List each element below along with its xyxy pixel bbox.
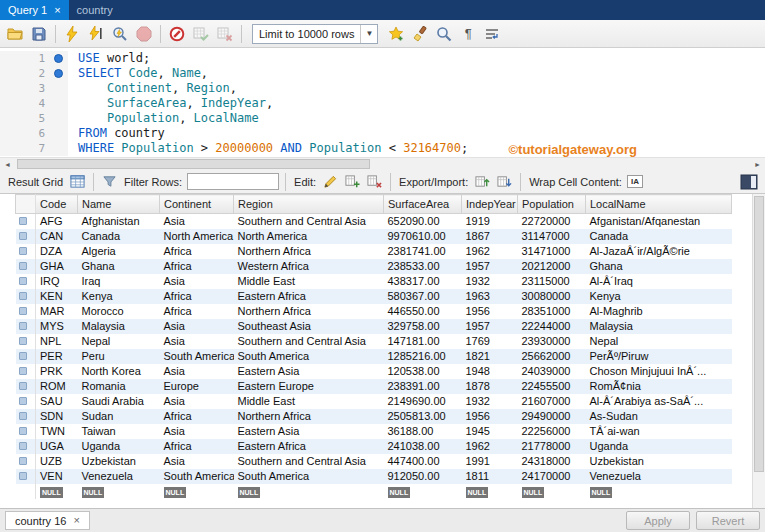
grid-row[interactable]: CANCanadaNorth AmericaNorth America99706… — [16, 229, 732, 244]
grid-cell[interactable]: Uzbekistan — [586, 454, 732, 469]
grid-cell[interactable]: Algeria — [78, 244, 160, 259]
grid-cell[interactable]: 21607000 — [518, 394, 586, 409]
grid-cell[interactable]: MYS — [36, 319, 78, 334]
grid-cell[interactable]: Peru — [78, 349, 160, 364]
row-gutter[interactable] — [16, 289, 36, 304]
grid-cell[interactable]: 1956 — [462, 409, 518, 424]
grid-cell[interactable]: 1957 — [462, 319, 518, 334]
grid-row[interactable]: SDNSudanAfricaNorthern Africa2505813.001… — [16, 409, 732, 424]
grid-cell[interactable]: 147181.00 — [384, 334, 462, 349]
grid-cell[interactable]: As-Sudan — [586, 409, 732, 424]
grid-cell[interactable]: 28351000 — [518, 304, 586, 319]
grid-row[interactable]: IRQIraqAsiaMiddle East438317.00193223115… — [16, 274, 732, 289]
grid-cell[interactable]: Southern and Central Asia — [234, 214, 384, 229]
explain-icon[interactable] — [109, 23, 131, 45]
code-line[interactable]: 1USE world; — [0, 51, 765, 66]
grid-cell[interactable]: VEN — [36, 469, 78, 484]
grid-cell[interactable]: Morocco — [78, 304, 160, 319]
grid-cell[interactable]: NPL — [36, 334, 78, 349]
grid-row[interactable]: VENVenezuelaSouth AmericaSouth America91… — [16, 469, 732, 484]
grid-cell[interactable]: Africa — [160, 259, 234, 274]
grid-cell[interactable]: NULL — [586, 484, 732, 499]
grid-cell[interactable]: 25662000 — [518, 349, 586, 364]
grid-cell[interactable]: 1962 — [462, 439, 518, 454]
grid-cell[interactable]: 912050.00 — [384, 469, 462, 484]
row-gutter[interactable] — [16, 259, 36, 274]
grid-row[interactable]: UGAUgandaAfricaEastern Africa241038.0019… — [16, 439, 732, 454]
grid-cell[interactable]: Asia — [160, 364, 234, 379]
grid-cell[interactable]: Canada — [78, 229, 160, 244]
row-gutter[interactable] — [16, 334, 36, 349]
code-line[interactable]: 5 Population, LocalName — [0, 111, 765, 126]
grid-cell[interactable]: Asia — [160, 214, 234, 229]
row-gutter[interactable] — [16, 349, 36, 364]
grid-cell[interactable]: Uganda — [78, 439, 160, 454]
row-gutter[interactable] — [16, 454, 36, 469]
grid-cell[interactable]: Western Africa — [234, 259, 384, 274]
grid-cell[interactable]: 1821 — [462, 349, 518, 364]
grid-cell[interactable]: Asia — [160, 394, 234, 409]
chevron-down-icon[interactable]: ▼ — [360, 25, 377, 43]
grid-cell[interactable]: 22720000 — [518, 214, 586, 229]
code-line[interactable]: 6FROM country — [0, 126, 765, 141]
grid-cell[interactable]: Iraq — [78, 274, 160, 289]
row-gutter[interactable] — [16, 229, 36, 244]
grid-cell[interactable]: NULL — [462, 484, 518, 499]
column-header-region[interactable]: Region — [234, 195, 384, 214]
grid-cell[interactable]: 438317.00 — [384, 274, 462, 289]
grid-cell[interactable]: NULL — [234, 484, 384, 499]
grid-cell[interactable]: South America — [160, 349, 234, 364]
code-line[interactable]: 3 Continent, Region, — [0, 81, 765, 96]
export-icon[interactable] — [473, 172, 492, 191]
grid-cell[interactable]: Asia — [160, 274, 234, 289]
limit-rows-dropdown[interactable]: Limit to 10000 rows ▼ — [252, 24, 378, 44]
grid-cell[interactable]: 21778000 — [518, 439, 586, 454]
grid-cell[interactable]: Northern Africa — [234, 304, 384, 319]
grid-cell[interactable]: 29490000 — [518, 409, 586, 424]
grid-cell[interactable]: NULL — [518, 484, 586, 499]
row-gutter[interactable] — [16, 244, 36, 259]
grid-cell[interactable]: Northern Africa — [234, 244, 384, 259]
grid-cell[interactable]: Eastern Asia — [234, 424, 384, 439]
grid-cell[interactable]: Africa — [160, 409, 234, 424]
grid-cell[interactable]: Europe — [160, 379, 234, 394]
grid-row[interactable]: UZBUzbekistanAsiaSouthern and Central As… — [16, 454, 732, 469]
grid-cell[interactable]: North Korea — [78, 364, 160, 379]
grid-cell[interactable]: 1867 — [462, 229, 518, 244]
grid-cell[interactable]: 23115000 — [518, 274, 586, 289]
grid-cell[interactable]: 20212000 — [518, 259, 586, 274]
row-gutter[interactable] — [16, 304, 36, 319]
apply-button[interactable]: Apply — [626, 511, 690, 530]
grid-corner[interactable] — [16, 195, 36, 214]
row-gutter[interactable] — [16, 319, 36, 334]
insert-row-icon[interactable] — [343, 172, 362, 191]
grid-cell[interactable]: 22244000 — [518, 319, 586, 334]
grid-cell[interactable]: Choson Minjujuui InÂ´... — [586, 364, 732, 379]
column-header-name[interactable]: Name — [78, 195, 160, 214]
save-script-icon[interactable] — [28, 23, 50, 45]
grid-cell[interactable]: 447400.00 — [384, 454, 462, 469]
grid-cell[interactable]: Eastern Africa — [234, 289, 384, 304]
code-line[interactable]: 7WHERE Population > 20000000 AND Populat… — [0, 141, 765, 156]
grid-cell[interactable]: Asia — [160, 424, 234, 439]
grid-cell[interactable]: Ghana — [78, 259, 160, 274]
grid-row[interactable]: DZAAlgeriaAfricaNorthern Africa2381741.0… — [16, 244, 732, 259]
vscrollbar-thumb[interactable] — [754, 196, 764, 472]
grid-row[interactable]: AFGAfghanistanAsiaSouthern and Central A… — [16, 214, 732, 229]
grid-cell[interactable]: Saudi Arabia — [78, 394, 160, 409]
grid-cell[interactable]: DZA — [36, 244, 78, 259]
grid-cell[interactable]: KEN — [36, 289, 78, 304]
grid-row[interactable]: SAUSaudi ArabiaAsiaMiddle East2149690.00… — [16, 394, 732, 409]
open-script-icon[interactable] — [4, 23, 26, 45]
column-header-surfacearea[interactable]: SurfaceArea — [384, 195, 462, 214]
grid-cell[interactable]: 1769 — [462, 334, 518, 349]
grid-row[interactable]: GHAGhanaAfricaWestern Africa238533.00195… — [16, 259, 732, 274]
grid-cell[interactable]: NULL — [36, 484, 78, 499]
save-snippet-icon[interactable] — [385, 23, 407, 45]
grid-cell[interactable]: Taiwan — [78, 424, 160, 439]
find-icon[interactable] — [433, 23, 455, 45]
grid-row[interactable]: TWNTaiwanAsiaEastern Asia36188.001945222… — [16, 424, 732, 439]
grid-cell[interactable]: 23930000 — [518, 334, 586, 349]
grid-cell[interactable]: Northern Africa — [234, 409, 384, 424]
row-gutter[interactable] — [16, 394, 36, 409]
